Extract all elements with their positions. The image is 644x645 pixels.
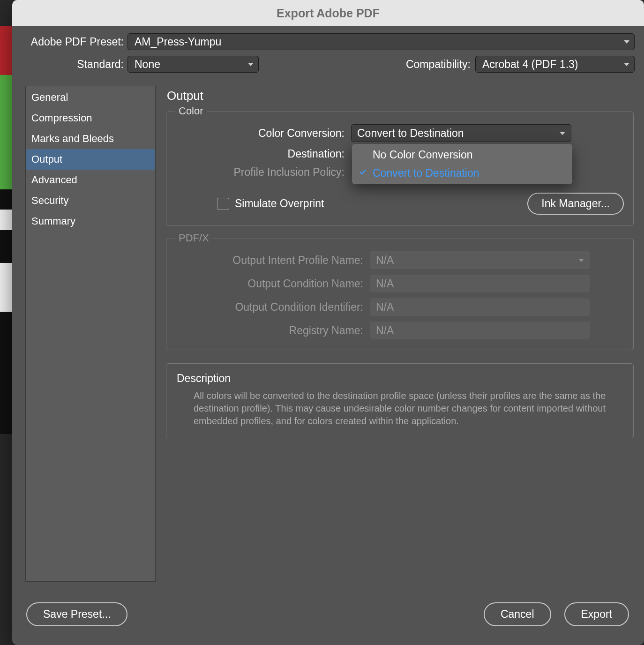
registry-name-label: Registry Name: — [176, 324, 363, 337]
compatibility-value: Acrobat 4 (PDF 1.3) — [482, 58, 578, 71]
cancel-button[interactable]: Cancel — [484, 602, 551, 626]
standard-label: Standard: — [25, 58, 124, 71]
chevron-down-icon — [248, 63, 254, 66]
sidebar-item-marks-bleeds[interactable]: Marks and Bleeds — [26, 128, 155, 149]
sidebar-item-security[interactable]: Security — [26, 190, 155, 211]
output-condition-name-value: N/A — [376, 278, 394, 290]
dialog-body: General Compression Marks and Bleeds Out… — [12, 81, 644, 594]
export-button[interactable]: Export — [564, 602, 629, 626]
background-artwork — [0, 26, 12, 434]
main-panel: Output Color Color Conversion: Convert t… — [165, 86, 635, 594]
profile-inclusion-label: Profile Inclusion Policy: — [176, 166, 344, 179]
destination-label: Destination: — [176, 148, 344, 160]
output-intent-label: Output Intent Profile Name: — [176, 254, 363, 267]
registry-name-value: N/A — [376, 324, 394, 337]
dropdown-option-no-conversion[interactable]: No Color Conversion — [352, 146, 572, 164]
output-condition-identifier-value: N/A — [376, 301, 394, 314]
section-title: Output — [167, 89, 635, 103]
simulate-overprint-checkbox[interactable] — [217, 198, 229, 210]
sidebar-item-advanced[interactable]: Advanced — [26, 170, 155, 190]
dropdown-option-label: Convert to Destination — [373, 167, 479, 179]
output-condition-identifier-label: Output Condition Identifier: — [176, 301, 363, 314]
simulate-overprint-label: Simulate Overprint — [235, 197, 324, 210]
preset-label: Adobe PDF Preset: — [25, 36, 124, 48]
color-conversion-dropdown-open[interactable]: No Color Conversion Convert to Destinati… — [352, 144, 572, 184]
color-legend: Color — [175, 105, 207, 117]
color-conversion-label: Color Conversion: — [176, 127, 344, 140]
save-preset-button[interactable]: Save Preset... — [26, 602, 127, 626]
export-pdf-dialog: Export Adobe PDF Adobe PDF Preset: AM_Pr… — [12, 0, 644, 645]
output-intent-value: N/A — [376, 254, 394, 267]
output-intent-select: N/A — [370, 251, 590, 269]
sidebar-item-summary[interactable]: Summary — [26, 211, 155, 232]
chevron-down-icon — [560, 132, 565, 135]
description-title: Description — [177, 372, 623, 385]
top-controls: Adobe PDF Preset: AM_Press-Yumpu Standar… — [12, 26, 644, 81]
ink-manager-button[interactable]: Ink Manager... — [527, 193, 624, 215]
description-text: All colors will be converted to the dest… — [177, 390, 623, 428]
description-box: Description All colors will be converted… — [166, 363, 634, 438]
compatibility-select[interactable]: Acrobat 4 (PDF 1.3) — [475, 56, 635, 73]
dialog-title: Export Adobe PDF — [12, 0, 644, 26]
pdfx-legend: PDF/X — [175, 232, 213, 244]
standard-select[interactable]: None — [127, 56, 259, 73]
registry-name-field: N/A — [370, 322, 590, 339]
preset-select[interactable]: AM_Press-Yumpu — [127, 33, 635, 50]
dialog-footer: Save Preset... Cancel Export — [12, 594, 644, 645]
output-condition-identifier-field: N/A — [370, 298, 590, 316]
color-fieldset: Color Color Conversion: Convert to Desti… — [166, 112, 634, 225]
compatibility-label: Compatibility: — [406, 58, 471, 71]
sidebar-item-compression[interactable]: Compression — [26, 108, 155, 128]
output-condition-name-field: N/A — [370, 275, 590, 292]
chevron-down-icon — [578, 259, 584, 262]
dropdown-option-convert-to-destination[interactable]: Convert to Destination — [352, 164, 572, 182]
sidebar-item-general[interactable]: General — [26, 87, 155, 108]
color-conversion-select[interactable]: Convert to Destination — [351, 124, 571, 142]
chevron-down-icon — [624, 40, 629, 44]
color-conversion-value: Convert to Destination — [357, 127, 464, 140]
sidebar-item-output[interactable]: Output — [26, 149, 155, 170]
output-condition-name-label: Output Condition Name: — [176, 278, 363, 290]
preset-value: AM_Press-Yumpu — [135, 36, 221, 48]
sidebar: General Compression Marks and Bleeds Out… — [25, 86, 156, 582]
chevron-down-icon — [624, 63, 629, 66]
standard-value: None — [135, 58, 160, 71]
check-icon — [359, 168, 367, 176]
pdfx-fieldset: PDF/X Output Intent Profile Name: N/A Ou… — [166, 239, 634, 350]
